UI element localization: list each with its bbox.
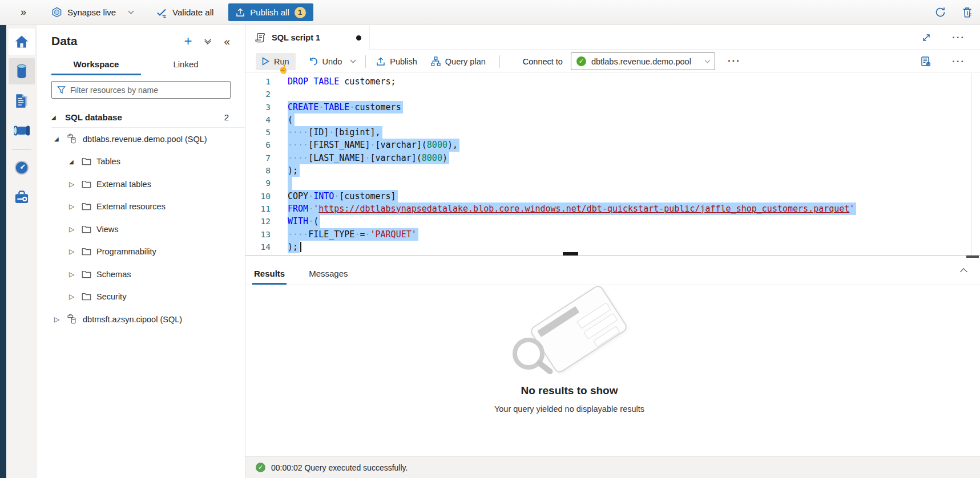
activity-item-develop[interactable]	[9, 88, 35, 114]
synapse-live-dropdown[interactable]: Synapse live	[51, 7, 133, 18]
code-line: 10COPY·INTO·[customers]	[245, 190, 980, 202]
tree-item[interactable]: ▷Security	[37, 286, 245, 309]
discard-trash-icon[interactable]	[961, 6, 973, 18]
tree-item[interactable]: ▷Programmability	[37, 241, 245, 264]
run-button[interactable]: Run	[256, 53, 296, 70]
line-content: );	[271, 164, 300, 177]
run-options-chevron-icon[interactable]	[350, 58, 356, 63]
top-command-bar-right	[934, 6, 973, 18]
editor-scrollbar[interactable]	[971, 73, 972, 255]
expand-editor-icon[interactable]	[921, 33, 931, 43]
publish-button[interactable]: Publish	[376, 57, 417, 66]
connection-dropdown[interactable]: ✓ dbtlabs.revenue.demo.pool	[571, 52, 715, 70]
document-icon	[14, 93, 30, 109]
undo-icon	[308, 56, 318, 66]
code-lines: 1DROP TABLE customers;23CREATE·TABLE·cus…	[245, 75, 980, 253]
tree-item[interactable]: ▷dbtmsft.azsyn.cipool (SQL)	[37, 308, 245, 331]
collapsed-arrow-icon[interactable]: ▷	[69, 202, 79, 210]
mouse-pointer-icon: ☝	[276, 62, 289, 75]
line-content: FROM·'https://dbtlabsynapsedatalake.blob…	[271, 202, 856, 215]
activity-item-home[interactable]	[9, 29, 35, 55]
collapsed-arrow-icon[interactable]: ▷	[69, 248, 79, 256]
tree-item[interactable]: ▷External tables	[37, 173, 245, 196]
collapsed-arrow-icon[interactable]: ▷	[69, 293, 79, 301]
line-number: 10	[245, 190, 271, 202]
collapsed-arrow-icon[interactable]: ▷	[69, 270, 79, 278]
line-content: ····[ID]·[bigint],	[271, 126, 382, 139]
code-line: 4(	[245, 114, 980, 126]
tree-item[interactable]: ◢dbtlabs.revenue.demo.pool (SQL)	[37, 128, 245, 151]
folder-icon	[82, 202, 91, 210]
activity-item-integrate[interactable]	[9, 118, 35, 144]
code-line: 3CREATE·TABLE·customers	[245, 101, 980, 114]
expand-panel-icon[interactable]: »	[21, 6, 26, 18]
sql-editor[interactable]: 1DROP TABLE customers;23CREATE·TABLE·cus…	[245, 73, 980, 255]
data-panel: Data + « Workspace Linked ◢ SQL database	[37, 25, 245, 478]
tab-messages[interactable]: Messages	[307, 264, 349, 285]
activity-item-monitor[interactable]	[9, 155, 35, 181]
collapsed-arrow-icon[interactable]: ▷	[54, 315, 64, 323]
line-number: 6	[245, 139, 271, 151]
activity-item-data[interactable]	[9, 58, 35, 84]
tab-linked[interactable]: Linked	[141, 55, 231, 75]
tree-item[interactable]: ▷External resources	[37, 196, 245, 218]
expanded-arrow-icon[interactable]: ◢	[54, 136, 64, 142]
tree-root-sql-database[interactable]: ◢ SQL database 2	[37, 108, 245, 125]
toolbar-more-icon[interactable]: ···	[728, 58, 741, 64]
tab-results[interactable]: Results	[252, 264, 287, 285]
database-icon	[67, 314, 78, 325]
filter-input[interactable]	[70, 86, 225, 95]
editor-column: SQL script 1 ··· Run ☝	[245, 25, 980, 478]
query-plan-button[interactable]: Query plan	[431, 56, 486, 66]
toolbox-icon	[14, 189, 30, 205]
refresh-icon[interactable]	[934, 6, 946, 18]
undo-button[interactable]: Undo	[308, 56, 342, 66]
tree-item[interactable]: ▷Views	[37, 218, 245, 241]
collapse-results-icon[interactable]	[961, 267, 966, 276]
publish-up-icon	[376, 57, 385, 66]
line-content: ····[FIRST_NAME]·[varchar](8000),	[271, 139, 459, 151]
activity-bar-divider	[12, 149, 31, 150]
filter-funnel-icon	[57, 86, 66, 94]
main-area: Data + « Workspace Linked ◢ SQL database	[0, 25, 980, 478]
folder-icon	[82, 157, 91, 165]
resource-tree-items: ◢dbtlabs.revenue.demo.pool (SQL)◢Tables▷…	[37, 128, 245, 331]
expanded-arrow-icon[interactable]: ◢	[69, 159, 79, 165]
line-content	[271, 177, 292, 189]
collapse-panel-icon[interactable]: «	[224, 36, 230, 47]
splitter-handle[interactable]	[563, 252, 578, 256]
line-number: 14	[245, 241, 271, 253]
activity-item-manage[interactable]	[9, 184, 35, 210]
validate-all-button[interactable]: Validate all	[156, 7, 213, 18]
toolbar-overflow-icon[interactable]: ···	[952, 59, 965, 64]
folder-icon	[82, 270, 91, 278]
add-resource-icon[interactable]: +	[184, 34, 192, 48]
tree-item[interactable]: ▷Schemas	[37, 263, 245, 286]
tab-sql-script-1[interactable]: SQL script 1	[247, 25, 370, 50]
folder-icon	[82, 293, 91, 301]
top-command-bar: » Synapse live Validate all Publish all …	[0, 0, 980, 25]
publish-all-button[interactable]: Publish all 1	[228, 3, 313, 21]
properties-icon[interactable]	[920, 56, 931, 67]
tab-workspace[interactable]: Workspace	[51, 55, 141, 75]
expanded-arrow-icon: ◢	[51, 114, 62, 120]
activity-bar-icons	[6, 25, 37, 478]
line-number: 2	[245, 88, 271, 100]
validate-icon	[156, 7, 167, 18]
code-line: 8);	[245, 164, 980, 177]
run-icon	[262, 57, 269, 66]
tree-root-label: SQL database	[65, 112, 122, 122]
tree-item[interactable]: ◢Tables	[37, 151, 245, 173]
line-content: );	[271, 241, 301, 253]
line-content: ····[LAST_NAME]·[varchar](8000)	[271, 152, 449, 164]
collapse-all-icon[interactable]	[205, 39, 210, 43]
validate-label: Validate all	[172, 7, 213, 17]
line-content: COPY·INTO·[customers]	[271, 190, 398, 202]
collapsed-arrow-icon[interactable]: ▷	[69, 225, 79, 233]
tree-item-label: dbtlabs.revenue.demo.pool (SQL)	[83, 135, 207, 144]
undo-label: Undo	[322, 57, 342, 66]
tab-more-icon[interactable]: ···	[952, 35, 965, 40]
code-line: 5····[ID]·[bigint],	[245, 126, 980, 139]
collapsed-arrow-icon[interactable]: ▷	[69, 180, 79, 188]
query-plan-icon	[431, 56, 441, 66]
